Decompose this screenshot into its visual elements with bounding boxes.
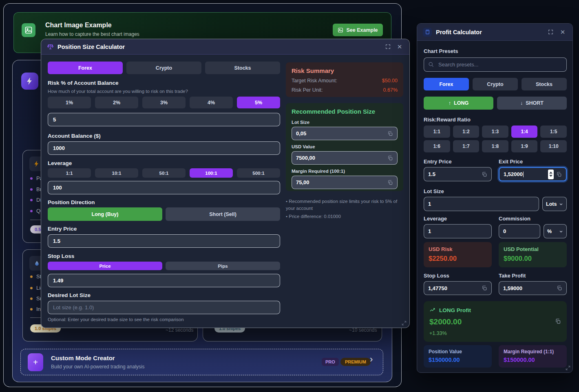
short-sell-button[interactable]: Short (Sell)	[166, 207, 280, 221]
commission-unit-select[interactable]: %	[544, 224, 567, 238]
resize-grip-icon[interactable]	[565, 365, 571, 372]
copy-icon[interactable]	[482, 285, 487, 291]
premium-badge: PREMIUM	[340, 358, 371, 366]
risk-option-4[interactable]: 4%	[190, 97, 233, 108]
long-buy-button[interactable]: Long (Buy)	[48, 207, 162, 221]
lot-size-label: Lot Size	[424, 188, 444, 194]
copy-icon[interactable]	[387, 131, 393, 137]
expand-icon[interactable]	[384, 43, 392, 51]
lightning-tile-icon	[21, 73, 38, 90]
see-example-button[interactable]: See Example	[333, 24, 383, 36]
position-size-calculator-modal: Position Size Calculator ✕ Forex Crypto …	[41, 39, 410, 328]
leverage-option-100-1[interactable]: 100:1	[190, 168, 233, 178]
ratio-button-1-7[interactable]: 1:7	[453, 140, 480, 152]
leverage-option-10-1[interactable]: 10:1	[95, 168, 138, 178]
commission-input[interactable]: 0	[499, 224, 540, 238]
stop-loss-tab-pips[interactable]: Pips	[166, 262, 280, 270]
lot-size-input[interactable]: 1	[424, 197, 539, 211]
copy-icon[interactable]	[556, 172, 562, 177]
ratio-button-1-5[interactable]: 1:5	[540, 126, 567, 138]
take-profit-input[interactable]: 1,59000	[499, 281, 567, 295]
ratio-button-1-4[interactable]: 1:4	[511, 126, 538, 138]
risk-percent-help: How much of your total account are you w…	[48, 89, 188, 94]
usd-potential-card: USD Potential $9000.00	[499, 242, 567, 267]
desired-lot-input[interactable]: Lot size (e.g. 1.0)	[48, 301, 280, 314]
tab-crypto[interactable]: Crypto	[126, 62, 201, 74]
risk-option-5[interactable]: 5%	[237, 97, 280, 108]
leverage-input[interactable]: 1	[424, 224, 492, 238]
stop-loss-tab-price[interactable]: Price	[48, 262, 162, 270]
recommended-note-1: • Recommended position size limits your …	[286, 198, 405, 212]
commission-label: Commission	[499, 216, 530, 222]
risk-percent-input[interactable]: 5	[48, 113, 280, 126]
tab-forex[interactable]: Forex	[48, 62, 123, 74]
expand-icon[interactable]	[546, 28, 555, 36]
panel-header[interactable]: Profit Calculator ✕	[417, 24, 572, 41]
stop-loss-input[interactable]: 1,47750	[424, 281, 492, 295]
ratio-button-1-1[interactable]: 1:1	[424, 126, 450, 138]
risk-option-1[interactable]: 1%	[48, 97, 91, 108]
exit-price-input[interactable]: 1,52000	[499, 167, 567, 181]
ratio-button-1-10[interactable]: 1:10	[540, 140, 567, 152]
image-icon	[338, 27, 343, 33]
target-risk-row: Target Risk Amount: $50.00	[292, 78, 398, 84]
duration-label: ~12 seconds	[166, 327, 193, 333]
desired-lot-help: Optional: Enter your desired trade size …	[48, 317, 184, 322]
bullet-icon	[30, 177, 33, 180]
risk-option-3[interactable]: 3%	[142, 97, 186, 108]
ratio-button-1-9[interactable]: 1:9	[511, 140, 538, 152]
leverage-input[interactable]: 100	[48, 181, 280, 194]
copy-icon[interactable]	[557, 285, 562, 291]
bullet-icon	[30, 275, 33, 278]
stop-loss-input[interactable]: 1.49	[48, 274, 280, 287]
rec-lot-value[interactable]: 0,05	[292, 127, 398, 140]
search-icon	[428, 62, 434, 68]
ratio-button-1-8[interactable]: 1:8	[482, 140, 508, 152]
duration-label: ~10 seconds	[349, 327, 377, 333]
rec-usd-label: USD Value	[292, 144, 398, 149]
number-stepper[interactable]	[548, 170, 554, 179]
bullet-icon	[30, 297, 33, 300]
risk-option-2[interactable]: 2%	[95, 97, 138, 108]
tab-forex[interactable]: Forex	[424, 78, 469, 90]
rec-margin-value[interactable]: 75,00	[292, 176, 398, 189]
account-balance-input[interactable]: 1000	[48, 141, 280, 155]
close-icon[interactable]: ✕	[559, 28, 567, 36]
copy-icon[interactable]	[555, 318, 561, 324]
rec-usd-value[interactable]: 7500,00	[292, 151, 398, 165]
tab-stocks[interactable]: Stocks	[205, 62, 280, 74]
ratio-button-1-2[interactable]: 1:2	[453, 126, 480, 138]
resize-grip-icon[interactable]	[401, 320, 407, 328]
close-icon[interactable]: ✕	[396, 43, 404, 51]
chart-presets-label: Chart Presets	[424, 48, 458, 54]
rec-margin-label: Margin Required (100:1)	[292, 169, 398, 174]
chevron-right-icon[interactable]: ›	[370, 354, 373, 365]
arrow-down-icon: ↓	[520, 100, 523, 106]
recommended-title: Recommended Position Size	[292, 108, 398, 115]
entry-price-input[interactable]: 1.5	[424, 167, 492, 181]
image-icon	[22, 23, 35, 37]
tab-stocks[interactable]: Stocks	[522, 78, 567, 90]
search-presets-input[interactable]: Search presets...	[424, 57, 567, 72]
custom-mode-creator[interactable]: + Custom Mode Creator Build your own AI-…	[20, 349, 383, 375]
profit-calculator-panel: Profit Calculator ✕ Chart Presets Search…	[417, 23, 573, 373]
modal-header[interactable]: Position Size Calculator ✕	[41, 39, 409, 55]
long-button[interactable]: ↑LONG	[424, 97, 493, 110]
short-button[interactable]: ↓SHORT	[497, 97, 567, 110]
banner-title: Chart Image Example	[45, 22, 112, 29]
leverage-option-1-1[interactable]: 1:1	[48, 168, 91, 178]
ratio-button-1-6[interactable]: 1:6	[424, 140, 450, 152]
leverage-option-50-1[interactable]: 50:1	[142, 168, 186, 178]
take-profit-label: Take Profit	[499, 273, 526, 279]
copy-icon[interactable]	[482, 172, 487, 177]
ratio-button-1-3[interactable]: 1:3	[482, 126, 508, 138]
copy-icon[interactable]	[387, 155, 393, 161]
long-profit-header: LONG Profit	[429, 307, 471, 313]
entry-price-label: Entry Price	[424, 159, 452, 165]
entry-price-input[interactable]: 1.5	[48, 234, 280, 248]
leverage-option-500-1[interactable]: 500:1	[237, 168, 280, 178]
lot-unit-select[interactable]: Lots	[542, 197, 567, 211]
copy-icon[interactable]	[387, 180, 393, 185]
tab-crypto[interactable]: Crypto	[473, 78, 518, 90]
ratio-row-1: 1:1 1:2 1:3 1:4 1:5	[424, 126, 567, 138]
